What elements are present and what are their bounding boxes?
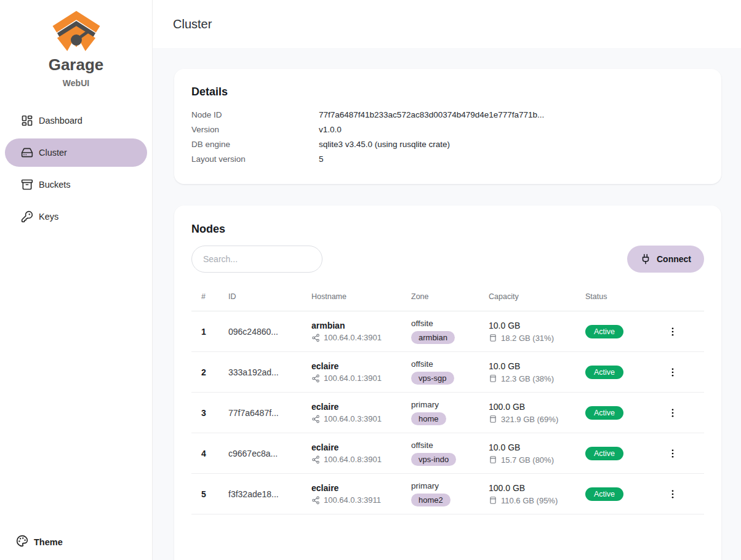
sidebar-item-cluster[interactable]: Cluster	[5, 138, 147, 167]
node-hostname: eclaire	[311, 402, 401, 412]
node-zone: offsite	[411, 319, 479, 328]
status-badge: Active	[585, 406, 623, 420]
node-address-line: 100.64.0.1:3901	[311, 374, 401, 383]
status-badge: Active	[585, 366, 623, 379]
node-index: 4	[191, 433, 218, 474]
sidebar-item-buckets[interactable]: Buckets	[5, 170, 147, 199]
col-header-hostname: Hostname	[302, 290, 401, 311]
node-used-line: 18.2 GB (31%)	[489, 334, 575, 343]
row-menu-button[interactable]	[662, 405, 683, 421]
garage-logo-icon	[0, 10, 152, 54]
share-network-icon	[311, 334, 320, 342]
row-menu-button[interactable]	[662, 446, 683, 462]
node-address-line: 100.64.0.3:3911	[311, 495, 401, 505]
detail-label: Version	[191, 122, 319, 137]
node-used-line: 110.6 GB (95%)	[489, 496, 575, 505]
top-bar: Cluster	[153, 0, 741, 48]
node-index: 2	[191, 352, 218, 393]
storage-drive-icon	[489, 334, 497, 342]
brand-name: Garage	[0, 55, 152, 74]
node-used: 15.7 GB (80%)	[501, 455, 554, 465]
node-id: c9667ec8a...	[218, 433, 302, 474]
plug-icon	[640, 254, 651, 265]
share-network-icon	[311, 496, 320, 505]
detail-row-db-engine: DB engine sqlite3 v3.45.0 (using rusqlit…	[191, 137, 704, 152]
table-row: 1 096c24860... armbian 100.64.0.4:3901	[191, 311, 704, 352]
detail-value: sqlite3 v3.45.0 (using rusqlite crate)	[319, 137, 450, 152]
detail-value: 5	[319, 152, 324, 167]
node-address: 100.64.0.4:3901	[324, 333, 382, 342]
col-header-capacity: Capacity	[479, 290, 575, 311]
node-address-line: 100.64.0.3:3901	[311, 414, 401, 423]
zone-tag-badge: vps-indo	[411, 453, 456, 466]
sidebar-item-keys[interactable]: Keys	[5, 202, 147, 231]
storage-drive-icon	[489, 496, 497, 505]
table-row: 5 f3f32ade18... eclaire 100.64.0.3:3911	[191, 474, 704, 514]
node-used-line: 321.9 GB (69%)	[489, 415, 575, 424]
node-id: 333a192ad...	[218, 352, 302, 393]
row-menu-button[interactable]	[662, 364, 683, 380]
sidebar-item-label: Buckets	[39, 180, 71, 190]
detail-row-node-id: Node ID 77f7a6487f41b233ac572ac83d00374b…	[191, 108, 704, 122]
detail-label: Layout version	[191, 152, 319, 167]
zone-tag-badge: vps-sgp	[411, 372, 454, 385]
storage-drive-icon	[489, 415, 497, 423]
node-address: 100.64.0.8:3901	[324, 455, 382, 464]
vertical-dots-icon	[667, 326, 678, 337]
node-zone: offsite	[411, 441, 479, 450]
vertical-dots-icon	[667, 367, 678, 378]
node-capacity: 100.0 GB	[489, 402, 575, 412]
status-badge: Active	[585, 325, 623, 338]
zone-tag-badge: armbian	[411, 331, 455, 344]
search-input[interactable]	[191, 246, 322, 273]
zone-tag-badge: home	[411, 412, 446, 425]
col-header-id: ID	[218, 290, 302, 311]
node-hostname: armbian	[311, 321, 401, 330]
row-menu-button[interactable]	[662, 486, 683, 502]
brand: Garage WebUI	[0, 10, 152, 88]
dashboard-grid-icon	[21, 114, 33, 127]
node-address-line: 100.64.0.4:3901	[311, 333, 401, 342]
storage-drive-icon	[489, 374, 497, 383]
node-capacity: 10.0 GB	[489, 321, 575, 330]
table-row: 2 333a192ad... eclaire 100.64.0.1:3901	[191, 352, 704, 393]
table-row: 3 77f7a6487f... eclaire 100.64.0.3:3901	[191, 393, 704, 433]
detail-label: Node ID	[191, 108, 319, 122]
node-zone: offsite	[411, 359, 479, 369]
detail-row-version: Version v1.0.0	[191, 122, 704, 137]
node-id: f3f32ade18...	[218, 474, 302, 514]
connect-button[interactable]: Connect	[627, 246, 704, 273]
share-network-icon	[311, 374, 320, 383]
node-used: 321.9 GB (69%)	[501, 415, 558, 424]
nodes-table: # ID Hostname Zone Capacity Status 1 0	[191, 290, 704, 514]
details-title: Details	[191, 86, 704, 98]
node-address: 100.64.0.3:3911	[324, 495, 381, 505]
node-capacity: 10.0 GB	[489, 361, 575, 371]
node-address-line: 100.64.0.8:3901	[311, 455, 401, 464]
node-used-line: 12.3 GB (38%)	[489, 374, 575, 383]
detail-row-layout-version: Layout version 5	[191, 152, 704, 167]
archive-box-icon	[21, 178, 33, 191]
table-row: 4 c9667ec8a... eclaire 100.64.0.8:3901	[191, 433, 704, 474]
detail-value: v1.0.0	[319, 122, 342, 137]
row-menu-button[interactable]	[662, 324, 683, 340]
sidebar-item-dashboard[interactable]: Dashboard	[5, 106, 147, 135]
node-capacity: 100.0 GB	[489, 483, 575, 493]
sidebar-item-label: Dashboard	[39, 116, 82, 126]
key-icon	[21, 210, 33, 223]
node-index: 5	[191, 474, 218, 514]
sidebar: Garage WebUI Dashboard Cluster Buck	[0, 0, 153, 560]
details-card: Details Node ID 77f7a6487f41b233ac572ac8…	[174, 69, 721, 184]
nodes-toolbar: Connect	[191, 246, 704, 273]
sidebar-item-label: Cluster	[39, 148, 67, 158]
status-badge: Active	[585, 487, 623, 501]
theme-button[interactable]: Theme	[16, 535, 63, 549]
col-header-index: #	[191, 290, 218, 311]
node-zone: primary	[411, 400, 479, 409]
node-used: 18.2 GB (31%)	[501, 334, 554, 343]
node-used: 110.6 GB (95%)	[501, 496, 558, 505]
theme-label: Theme	[34, 537, 63, 547]
col-header-actions	[652, 290, 704, 311]
page-title: Cluster	[173, 17, 212, 31]
details-fields: Node ID 77f7a6487f41b233ac572ac83d00374b…	[191, 108, 704, 167]
